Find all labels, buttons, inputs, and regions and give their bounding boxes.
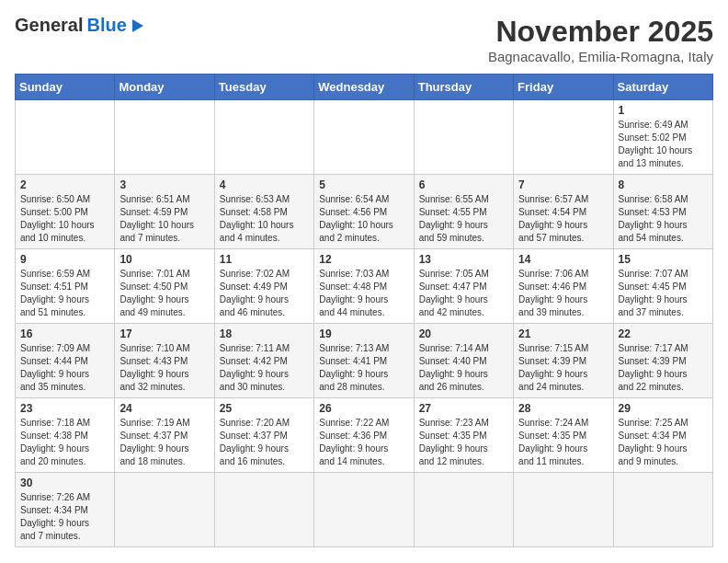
day-number: 12 [319,253,408,266]
calendar-cell: 29Sunrise: 7:25 AM Sunset: 4:34 PM Dayli… [613,398,712,473]
calendar-cell: 10Sunrise: 7:01 AM Sunset: 4:50 PM Dayli… [115,249,214,324]
day-info: Sunrise: 7:25 AM Sunset: 4:34 PM Dayligh… [619,417,708,468]
day-info: Sunrise: 7:14 AM Sunset: 4:40 PM Dayligh… [419,342,508,394]
calendar-cell [214,473,313,547]
day-number: 17 [119,327,209,340]
day-number: 26 [319,402,408,415]
calendar-week-row: 16Sunrise: 7:09 AM Sunset: 4:44 PM Dayli… [16,324,713,398]
calendar-cell [414,473,513,547]
title-area: November 2025 Bagnacavallo, Emilia-Romag… [488,15,713,64]
calendar-cell: 25Sunrise: 7:20 AM Sunset: 4:37 PM Dayli… [214,398,313,473]
calendar-cell: 15Sunrise: 7:07 AM Sunset: 4:45 PM Dayli… [613,249,712,324]
day-number: 16 [20,327,109,340]
calendar-cell: 7Sunrise: 6:57 AM Sunset: 4:54 PM Daylig… [514,175,613,249]
day-number: 6 [419,178,508,191]
day-info: Sunrise: 6:50 AM Sunset: 5:00 PM Dayligh… [20,193,109,245]
day-info: Sunrise: 7:03 AM Sunset: 4:48 PM Dayligh… [319,268,408,319]
day-info: Sunrise: 7:24 AM Sunset: 4:35 PM Dayligh… [518,417,608,468]
day-info: Sunrise: 7:20 AM Sunset: 4:37 PM Dayligh… [220,417,309,468]
calendar-cell: 26Sunrise: 7:22 AM Sunset: 4:36 PM Dayli… [314,398,414,473]
day-info: Sunrise: 7:22 AM Sunset: 4:36 PM Dayligh… [319,417,408,468]
day-info: Sunrise: 7:11 AM Sunset: 4:42 PM Dayligh… [220,342,309,394]
logo-text-blue: Blue [86,15,126,36]
page-header: General Blue November 2025 Bagnacavallo,… [15,15,713,64]
day-info: Sunrise: 7:10 AM Sunset: 4:43 PM Dayligh… [119,342,209,394]
day-info: Sunrise: 6:59 AM Sunset: 4:51 PM Dayligh… [20,268,109,319]
day-info: Sunrise: 6:49 AM Sunset: 5:02 PM Dayligh… [619,119,708,170]
day-number: 2 [20,178,109,191]
calendar-table: SundayMondayTuesdayWednesdayThursdayFrid… [15,74,713,547]
day-number: 13 [419,253,508,266]
weekday-header-saturday: Saturday [613,75,712,100]
calendar-cell: 30Sunrise: 7:26 AM Sunset: 4:34 PM Dayli… [16,473,115,547]
calendar-cell: 14Sunrise: 7:06 AM Sunset: 4:46 PM Dayli… [514,249,613,324]
weekday-header-row: SundayMondayTuesdayWednesdayThursdayFrid… [16,75,713,100]
day-number: 22 [619,327,708,340]
calendar-cell: 18Sunrise: 7:11 AM Sunset: 4:42 PM Dayli… [214,324,313,398]
day-info: Sunrise: 6:57 AM Sunset: 4:54 PM Dayligh… [518,193,608,245]
day-info: Sunrise: 7:26 AM Sunset: 4:34 PM Dayligh… [20,491,109,543]
calendar-cell: 19Sunrise: 7:13 AM Sunset: 4:41 PM Dayli… [314,324,414,398]
calendar-cell: 27Sunrise: 7:23 AM Sunset: 4:35 PM Dayli… [414,398,513,473]
calendar-cell: 20Sunrise: 7:14 AM Sunset: 4:40 PM Dayli… [414,324,513,398]
calendar-cell: 24Sunrise: 7:19 AM Sunset: 4:37 PM Dayli… [115,398,214,473]
day-info: Sunrise: 7:06 AM Sunset: 4:46 PM Dayligh… [518,268,608,319]
day-number: 4 [220,178,309,191]
weekday-header-monday: Monday [115,75,214,100]
day-number: 28 [518,402,608,415]
day-number: 29 [619,402,708,415]
calendar-cell [214,100,313,175]
calendar-cell [314,473,414,547]
day-number: 24 [119,402,209,415]
calendar-week-row: 1Sunrise: 6:49 AM Sunset: 5:02 PM Daylig… [16,100,713,175]
calendar-cell: 11Sunrise: 7:02 AM Sunset: 4:49 PM Dayli… [214,249,313,324]
calendar-cell [514,100,613,175]
day-info: Sunrise: 7:02 AM Sunset: 4:49 PM Dayligh… [220,268,309,319]
calendar-cell: 2Sunrise: 6:50 AM Sunset: 5:00 PM Daylig… [16,175,115,249]
calendar-cell: 21Sunrise: 7:15 AM Sunset: 4:39 PM Dayli… [514,324,613,398]
calendar-cell [414,100,513,175]
day-number: 1 [619,104,708,117]
weekday-header-tuesday: Tuesday [214,75,313,100]
day-number: 21 [518,327,608,340]
calendar-cell [514,473,613,547]
day-info: Sunrise: 6:55 AM Sunset: 4:55 PM Dayligh… [419,193,508,245]
day-info: Sunrise: 7:18 AM Sunset: 4:38 PM Dayligh… [20,417,109,468]
month-year-title: November 2025 [488,15,713,49]
calendar-week-row: 2Sunrise: 6:50 AM Sunset: 5:00 PM Daylig… [16,175,713,249]
day-info: Sunrise: 7:09 AM Sunset: 4:44 PM Dayligh… [20,342,109,394]
day-info: Sunrise: 7:17 AM Sunset: 4:39 PM Dayligh… [619,342,708,394]
calendar-cell [115,473,214,547]
logo-triangle-icon [132,19,143,32]
day-number: 14 [518,253,608,266]
calendar-cell [613,473,712,547]
logo: General Blue [15,15,143,36]
day-info: Sunrise: 6:58 AM Sunset: 4:53 PM Dayligh… [619,193,708,245]
weekday-header-wednesday: Wednesday [314,75,414,100]
day-number: 25 [220,402,309,415]
calendar-cell: 9Sunrise: 6:59 AM Sunset: 4:51 PM Daylig… [16,249,115,324]
calendar-cell: 4Sunrise: 6:53 AM Sunset: 4:58 PM Daylig… [214,175,313,249]
calendar-cell [16,100,115,175]
day-info: Sunrise: 7:05 AM Sunset: 4:47 PM Dayligh… [419,268,508,319]
day-number: 8 [619,178,708,191]
day-number: 15 [619,253,708,266]
calendar-week-row: 23Sunrise: 7:18 AM Sunset: 4:38 PM Dayli… [16,398,713,473]
day-info: Sunrise: 6:53 AM Sunset: 4:58 PM Dayligh… [220,193,309,245]
day-number: 11 [220,253,309,266]
logo-area: General Blue [15,15,143,36]
calendar-cell: 28Sunrise: 7:24 AM Sunset: 4:35 PM Dayli… [514,398,613,473]
day-number: 10 [119,253,209,266]
day-info: Sunrise: 6:54 AM Sunset: 4:56 PM Dayligh… [319,193,408,245]
calendar-cell: 8Sunrise: 6:58 AM Sunset: 4:53 PM Daylig… [613,175,712,249]
day-number: 23 [20,402,109,415]
calendar-cell: 3Sunrise: 6:51 AM Sunset: 4:59 PM Daylig… [115,175,214,249]
calendar-cell: 16Sunrise: 7:09 AM Sunset: 4:44 PM Dayli… [16,324,115,398]
calendar-cell: 5Sunrise: 6:54 AM Sunset: 4:56 PM Daylig… [314,175,414,249]
day-number: 3 [119,178,209,191]
calendar-cell [314,100,414,175]
day-number: 27 [419,402,508,415]
day-info: Sunrise: 6:51 AM Sunset: 4:59 PM Dayligh… [119,193,209,245]
day-number: 18 [220,327,309,340]
calendar-week-row: 9Sunrise: 6:59 AM Sunset: 4:51 PM Daylig… [16,249,713,324]
